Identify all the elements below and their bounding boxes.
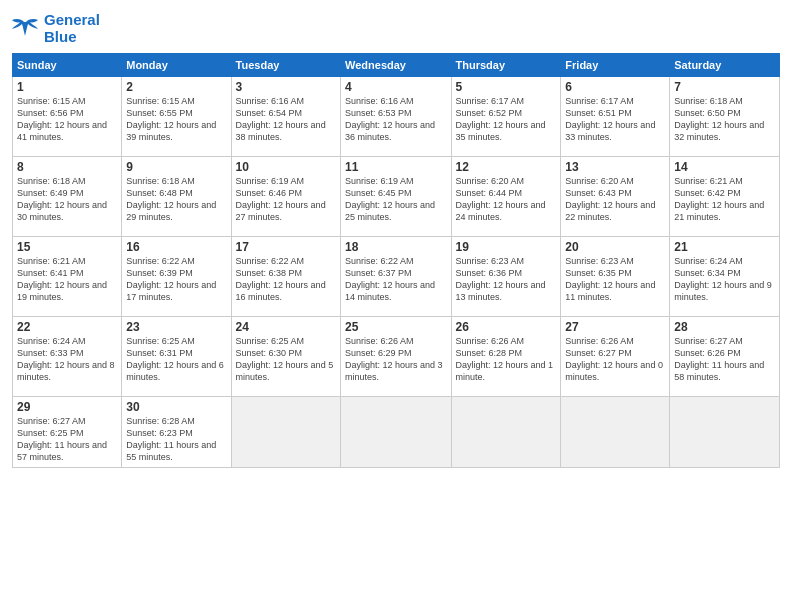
day-info: Sunrise: 6:19 AM Sunset: 6:46 PM Dayligh… (236, 175, 336, 224)
calendar-cell: 25 Sunrise: 6:26 AM Sunset: 6:29 PM Dayl… (341, 317, 451, 397)
day-info: Sunrise: 6:20 AM Sunset: 6:44 PM Dayligh… (456, 175, 557, 224)
calendar-cell: 2 Sunrise: 6:15 AM Sunset: 6:55 PM Dayli… (122, 77, 231, 157)
calendar-cell: 29 Sunrise: 6:27 AM Sunset: 6:25 PM Dayl… (13, 397, 122, 468)
day-number: 11 (345, 160, 446, 174)
calendar-cell: 30 Sunrise: 6:28 AM Sunset: 6:23 PM Dayl… (122, 397, 231, 468)
day-number: 15 (17, 240, 117, 254)
day-info: Sunrise: 6:18 AM Sunset: 6:48 PM Dayligh… (126, 175, 226, 224)
calendar-cell: 26 Sunrise: 6:26 AM Sunset: 6:28 PM Dayl… (451, 317, 561, 397)
day-info: Sunrise: 6:21 AM Sunset: 6:42 PM Dayligh… (674, 175, 775, 224)
calendar-row: 8 Sunrise: 6:18 AM Sunset: 6:49 PM Dayli… (13, 157, 780, 237)
day-number: 14 (674, 160, 775, 174)
day-number: 20 (565, 240, 665, 254)
day-info: Sunrise: 6:25 AM Sunset: 6:30 PM Dayligh… (236, 335, 336, 384)
day-number: 7 (674, 80, 775, 94)
day-number: 1 (17, 80, 117, 94)
calendar-cell: 27 Sunrise: 6:26 AM Sunset: 6:27 PM Dayl… (561, 317, 670, 397)
calendar-row: 29 Sunrise: 6:27 AM Sunset: 6:25 PM Dayl… (13, 397, 780, 468)
calendar-cell: 14 Sunrise: 6:21 AM Sunset: 6:42 PM Dayl… (670, 157, 780, 237)
calendar-cell: 21 Sunrise: 6:24 AM Sunset: 6:34 PM Dayl… (670, 237, 780, 317)
day-number: 3 (236, 80, 336, 94)
day-number: 5 (456, 80, 557, 94)
calendar-cell (341, 397, 451, 468)
calendar-cell (561, 397, 670, 468)
calendar-cell: 4 Sunrise: 6:16 AM Sunset: 6:53 PM Dayli… (341, 77, 451, 157)
col-thursday: Thursday (451, 54, 561, 77)
day-info: Sunrise: 6:22 AM Sunset: 6:39 PM Dayligh… (126, 255, 226, 304)
day-number: 23 (126, 320, 226, 334)
day-info: Sunrise: 6:18 AM Sunset: 6:49 PM Dayligh… (17, 175, 117, 224)
calendar-row: 22 Sunrise: 6:24 AM Sunset: 6:33 PM Dayl… (13, 317, 780, 397)
calendar-cell: 8 Sunrise: 6:18 AM Sunset: 6:49 PM Dayli… (13, 157, 122, 237)
day-number: 22 (17, 320, 117, 334)
day-info: Sunrise: 6:28 AM Sunset: 6:23 PM Dayligh… (126, 415, 226, 464)
day-info: Sunrise: 6:22 AM Sunset: 6:37 PM Dayligh… (345, 255, 446, 304)
logo-text: General Blue (44, 12, 100, 45)
day-info: Sunrise: 6:23 AM Sunset: 6:35 PM Dayligh… (565, 255, 665, 304)
day-info: Sunrise: 6:21 AM Sunset: 6:41 PM Dayligh… (17, 255, 117, 304)
calendar-cell: 9 Sunrise: 6:18 AM Sunset: 6:48 PM Dayli… (122, 157, 231, 237)
day-number: 19 (456, 240, 557, 254)
day-number: 2 (126, 80, 226, 94)
calendar-cell: 17 Sunrise: 6:22 AM Sunset: 6:38 PM Dayl… (231, 237, 340, 317)
day-number: 16 (126, 240, 226, 254)
day-info: Sunrise: 6:15 AM Sunset: 6:56 PM Dayligh… (17, 95, 117, 144)
day-info: Sunrise: 6:18 AM Sunset: 6:50 PM Dayligh… (674, 95, 775, 144)
day-info: Sunrise: 6:26 AM Sunset: 6:27 PM Dayligh… (565, 335, 665, 384)
day-number: 9 (126, 160, 226, 174)
day-info: Sunrise: 6:19 AM Sunset: 6:45 PM Dayligh… (345, 175, 446, 224)
calendar-cell: 6 Sunrise: 6:17 AM Sunset: 6:51 PM Dayli… (561, 77, 670, 157)
calendar-cell: 19 Sunrise: 6:23 AM Sunset: 6:36 PM Dayl… (451, 237, 561, 317)
calendar-cell: 24 Sunrise: 6:25 AM Sunset: 6:30 PM Dayl… (231, 317, 340, 397)
calendar-cell: 1 Sunrise: 6:15 AM Sunset: 6:56 PM Dayli… (13, 77, 122, 157)
day-number: 30 (126, 400, 226, 414)
day-number: 13 (565, 160, 665, 174)
day-info: Sunrise: 6:26 AM Sunset: 6:29 PM Dayligh… (345, 335, 446, 384)
day-number: 10 (236, 160, 336, 174)
col-monday: Monday (122, 54, 231, 77)
day-info: Sunrise: 6:20 AM Sunset: 6:43 PM Dayligh… (565, 175, 665, 224)
day-number: 29 (17, 400, 117, 414)
calendar-cell: 20 Sunrise: 6:23 AM Sunset: 6:35 PM Dayl… (561, 237, 670, 317)
day-info: Sunrise: 6:17 AM Sunset: 6:52 PM Dayligh… (456, 95, 557, 144)
calendar-cell (231, 397, 340, 468)
main-container: General Blue Sunday Monday Tuesday Wedne… (0, 0, 792, 612)
calendar-row: 15 Sunrise: 6:21 AM Sunset: 6:41 PM Dayl… (13, 237, 780, 317)
calendar-cell: 28 Sunrise: 6:27 AM Sunset: 6:26 PM Dayl… (670, 317, 780, 397)
day-number: 21 (674, 240, 775, 254)
calendar-cell: 23 Sunrise: 6:25 AM Sunset: 6:31 PM Dayl… (122, 317, 231, 397)
calendar-cell (670, 397, 780, 468)
day-number: 8 (17, 160, 117, 174)
day-info: Sunrise: 6:24 AM Sunset: 6:34 PM Dayligh… (674, 255, 775, 304)
day-info: Sunrise: 6:17 AM Sunset: 6:51 PM Dayligh… (565, 95, 665, 144)
day-number: 17 (236, 240, 336, 254)
calendar-cell: 16 Sunrise: 6:22 AM Sunset: 6:39 PM Dayl… (122, 237, 231, 317)
day-number: 27 (565, 320, 665, 334)
calendar-cell (451, 397, 561, 468)
calendar-cell: 18 Sunrise: 6:22 AM Sunset: 6:37 PM Dayl… (341, 237, 451, 317)
logo-icon (12, 18, 40, 40)
calendar-header-row: Sunday Monday Tuesday Wednesday Thursday… (13, 54, 780, 77)
day-number: 25 (345, 320, 446, 334)
calendar-cell: 15 Sunrise: 6:21 AM Sunset: 6:41 PM Dayl… (13, 237, 122, 317)
day-number: 24 (236, 320, 336, 334)
day-info: Sunrise: 6:23 AM Sunset: 6:36 PM Dayligh… (456, 255, 557, 304)
day-info: Sunrise: 6:27 AM Sunset: 6:25 PM Dayligh… (17, 415, 117, 464)
col-friday: Friday (561, 54, 670, 77)
calendar-cell: 10 Sunrise: 6:19 AM Sunset: 6:46 PM Dayl… (231, 157, 340, 237)
calendar-cell: 7 Sunrise: 6:18 AM Sunset: 6:50 PM Dayli… (670, 77, 780, 157)
col-saturday: Saturday (670, 54, 780, 77)
day-info: Sunrise: 6:27 AM Sunset: 6:26 PM Dayligh… (674, 335, 775, 384)
day-info: Sunrise: 6:25 AM Sunset: 6:31 PM Dayligh… (126, 335, 226, 384)
day-info: Sunrise: 6:24 AM Sunset: 6:33 PM Dayligh… (17, 335, 117, 384)
day-number: 26 (456, 320, 557, 334)
calendar-cell: 12 Sunrise: 6:20 AM Sunset: 6:44 PM Dayl… (451, 157, 561, 237)
col-sunday: Sunday (13, 54, 122, 77)
day-info: Sunrise: 6:15 AM Sunset: 6:55 PM Dayligh… (126, 95, 226, 144)
header: General Blue (12, 12, 780, 45)
calendar-cell: 22 Sunrise: 6:24 AM Sunset: 6:33 PM Dayl… (13, 317, 122, 397)
day-info: Sunrise: 6:16 AM Sunset: 6:53 PM Dayligh… (345, 95, 446, 144)
day-number: 4 (345, 80, 446, 94)
day-number: 12 (456, 160, 557, 174)
col-wednesday: Wednesday (341, 54, 451, 77)
